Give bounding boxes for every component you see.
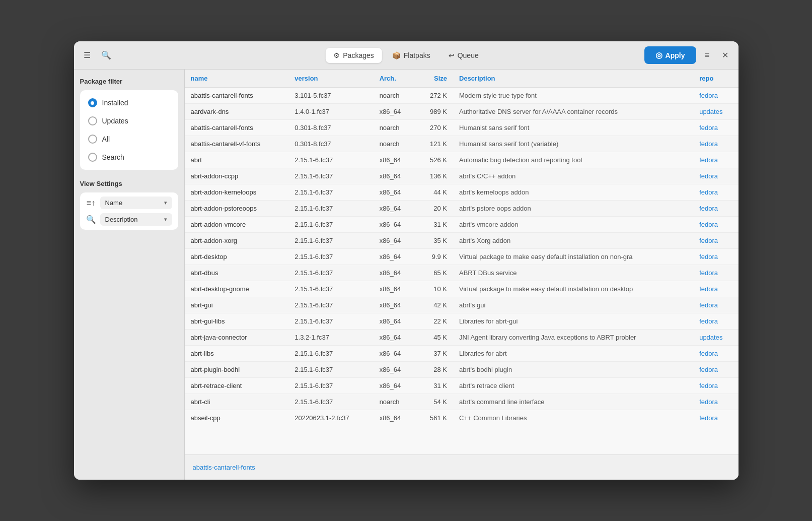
search-in-row: 🔍 Description ▾: [86, 213, 172, 226]
table-row[interactable]: abrt 2.15.1-6.fc37 x86_64 526 K Automati…: [185, 152, 739, 168]
cell-name: abrt-addon-kerneloops: [185, 184, 289, 201]
cell-repo: fedora: [693, 313, 738, 330]
cell-arch: x86_64: [374, 184, 416, 201]
cell-desc: abrt's C/C++ addon: [453, 168, 693, 184]
cell-name: abrt-libs: [185, 346, 289, 362]
table-row[interactable]: abattis-cantarell-fonts 3.101-5.fc37 noa…: [185, 88, 739, 104]
cell-name: abattis-cantarell-fonts: [185, 120, 289, 136]
table-row[interactable]: abrt-dbus 2.15.1-6.fc37 x86_64 65 K ABRT…: [185, 265, 739, 281]
sidebar-toggle-icon: ☰: [84, 50, 91, 60]
tab-queue[interactable]: ↩ Queue: [440, 48, 487, 63]
table-scroll[interactable]: name version Arch. Size Description repo…: [185, 70, 739, 454]
filter-search[interactable]: Search: [82, 149, 176, 166]
table-row[interactable]: abrt-addon-vmcore 2.15.1-6.fc37 x86_64 3…: [185, 217, 739, 233]
cell-version: 1.4.0-1.fc37: [288, 104, 373, 120]
table-row[interactable]: abseil-cpp 20220623.1-2.fc37 x86_64 561 …: [185, 410, 739, 426]
titlebar-left: ☰ 🔍: [80, 48, 113, 62]
cell-size: 31 K: [416, 217, 453, 233]
cell-size: 45 K: [416, 330, 453, 346]
cell-arch: noarch: [374, 120, 416, 136]
menu-button[interactable]: ≡: [700, 48, 714, 62]
table-row[interactable]: abrt-gui 2.15.1-6.fc37 x86_64 42 K abrt'…: [185, 297, 739, 313]
cell-version: 2.15.1-6.fc37: [288, 265, 373, 281]
cell-name: abattis-cantarell-fonts: [185, 88, 289, 104]
table-row[interactable]: abrt-plugin-bodhi 2.15.1-6.fc37 x86_64 2…: [185, 362, 739, 378]
sort-chevron-icon: ▾: [164, 200, 167, 206]
titlebar-right: ◎ Apply ≡ ✕: [644, 46, 732, 64]
cell-desc: C++ Common Libraries: [453, 410, 693, 426]
table-row[interactable]: abrt-addon-pstoreoops 2.15.1-6.fc37 x86_…: [185, 201, 739, 217]
radio-all: [88, 135, 97, 144]
cell-version: 20220623.1-2.fc37: [288, 410, 373, 426]
table-row[interactable]: abrt-retrace-client 2.15.1-6.fc37 x86_64…: [185, 378, 739, 394]
cell-arch: x86_64: [374, 201, 416, 217]
table-row[interactable]: abrt-java-connector 1.3.2-1.fc37 x86_64 …: [185, 330, 739, 346]
col-name: name: [185, 70, 289, 88]
sort-value: Name: [105, 199, 123, 207]
cell-size: 65 K: [416, 265, 453, 281]
sort-select[interactable]: Name ▾: [100, 197, 172, 209]
packages-icon: ⚙: [333, 51, 340, 59]
table-row[interactable]: abrt-addon-ccpp 2.15.1-6.fc37 x86_64 136…: [185, 168, 739, 184]
cell-size: 526 K: [416, 152, 453, 168]
table-row[interactable]: abrt-addon-xorg 2.15.1-6.fc37 x86_64 35 …: [185, 233, 739, 249]
cell-name: abrt-addon-ccpp: [185, 168, 289, 184]
cell-version: 2.15.1-6.fc37: [288, 168, 373, 184]
table-row[interactable]: abrt-desktop-gnome 2.15.1-6.fc37 x86_64 …: [185, 281, 739, 297]
cell-repo: fedora: [693, 217, 738, 233]
tab-bar: ⚙ Packages 📦 Flatpaks ↩ Queue: [325, 48, 486, 63]
cell-arch: x86_64: [374, 378, 416, 394]
view-settings-title: View Settings: [80, 180, 178, 187]
sidebar-toggle-button[interactable]: ☰: [80, 48, 94, 62]
cell-version: 0.301-8.fc37: [288, 120, 373, 136]
table-row[interactable]: abattis-cantarell-vf-fonts 0.301-8.fc37 …: [185, 136, 739, 152]
table-area: name version Arch. Size Description repo…: [185, 70, 739, 480]
cell-arch: x86_64: [374, 104, 416, 120]
table-row[interactable]: abrt-cli 2.15.1-6.fc37 noarch 54 K abrt'…: [185, 394, 739, 410]
package-filter-section: Package filter Installed Updates: [80, 78, 178, 170]
cell-version: 2.15.1-6.fc37: [288, 281, 373, 297]
cell-name: abrt-gui: [185, 297, 289, 313]
cell-repo: fedora: [693, 362, 738, 378]
radio-search: [88, 153, 97, 162]
cell-arch: noarch: [374, 394, 416, 410]
table-row[interactable]: abrt-desktop 2.15.1-6.fc37 x86_64 9.9 K …: [185, 249, 739, 265]
cell-size: 28 K: [416, 362, 453, 378]
cell-repo: fedora: [693, 168, 738, 184]
table-row[interactable]: abrt-libs 2.15.1-6.fc37 x86_64 37 K Libr…: [185, 346, 739, 362]
table-row[interactable]: aardvark-dns 1.4.0-1.fc37 x86_64 989 K A…: [185, 104, 739, 120]
filter-installed[interactable]: Installed: [82, 94, 176, 111]
cell-repo: fedora: [693, 297, 738, 313]
cell-arch: x86_64: [374, 152, 416, 168]
cell-size: 136 K: [416, 168, 453, 184]
cell-name: aardvark-dns: [185, 104, 289, 120]
table-row[interactable]: abattis-cantarell-fonts 0.301-8.fc37 noa…: [185, 120, 739, 136]
cell-version: 2.15.1-6.fc37: [288, 362, 373, 378]
cell-repo: fedora: [693, 136, 738, 152]
apply-button[interactable]: ◎ Apply: [644, 46, 696, 64]
cell-arch: x86_64: [374, 233, 416, 249]
filter-section-title: Package filter: [80, 78, 178, 85]
sidebar: Package filter Installed Updates: [74, 70, 185, 480]
cell-repo: fedora: [693, 249, 738, 265]
table-row[interactable]: abrt-gui-libs 2.15.1-6.fc37 x86_64 22 K …: [185, 313, 739, 330]
radio-installed: [88, 98, 97, 107]
cell-size: 9.9 K: [416, 249, 453, 265]
search-in-select[interactable]: Description ▾: [100, 213, 172, 226]
search-button[interactable]: 🔍: [99, 48, 113, 62]
cell-arch: x86_64: [374, 313, 416, 330]
cell-size: 31 K: [416, 378, 453, 394]
filter-updates[interactable]: Updates: [82, 112, 176, 129]
cell-arch: noarch: [374, 136, 416, 152]
close-button[interactable]: ✕: [718, 48, 732, 62]
queue-icon: ↩: [449, 51, 455, 59]
cell-repo: fedora: [693, 346, 738, 362]
tab-flatpaks[interactable]: 📦 Flatpaks: [384, 48, 438, 63]
table-row[interactable]: abrt-addon-kerneloops 2.15.1-6.fc37 x86_…: [185, 184, 739, 201]
tab-packages[interactable]: ⚙ Packages: [325, 48, 382, 63]
packages-table: name version Arch. Size Description repo…: [185, 70, 739, 426]
filter-all[interactable]: All: [82, 131, 176, 148]
cell-name: abrt-desktop: [185, 249, 289, 265]
tab-flatpaks-label: Flatpaks: [404, 51, 430, 59]
view-settings-section: View Settings ≡↑ Name ▾ 🔍 Description: [80, 180, 178, 230]
